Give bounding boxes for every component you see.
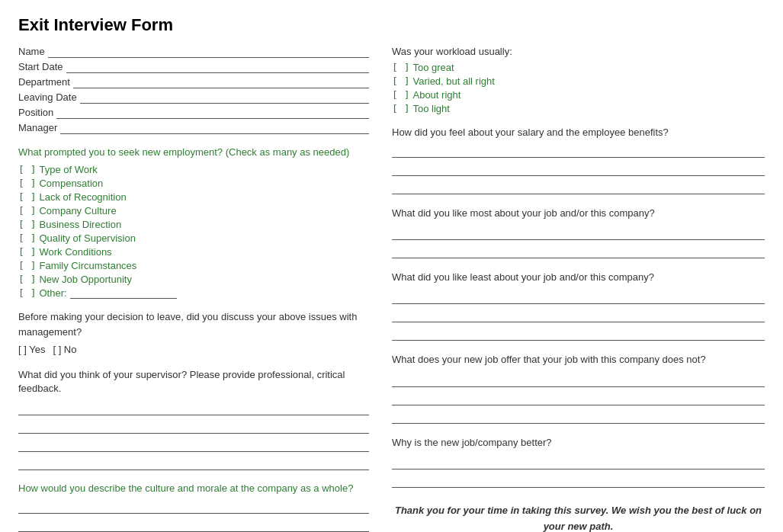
checkbox-business-direction[interactable]: [ ] Business Direction xyxy=(18,219,369,230)
other-input[interactable] xyxy=(70,288,177,299)
checkbox-compensation[interactable]: [ ] Compensation xyxy=(18,178,369,189)
salary-title: How did you feel about your salary and t… xyxy=(392,127,765,138)
yes-no-row: [ ] Yes [ ] No xyxy=(18,342,369,357)
position-field-row: Position xyxy=(18,107,369,119)
q3-line-3[interactable] xyxy=(392,410,765,424)
position-label: Position xyxy=(18,107,53,118)
workload-section: Was your workload usually: [ ] Too great… xyxy=(392,46,765,114)
salary-section: How did you feel about your salary and t… xyxy=(392,127,765,194)
q2-title: What did you like least about your job a… xyxy=(392,271,765,284)
salary-line-3[interactable] xyxy=(392,181,765,194)
dept-label: Department xyxy=(18,76,70,88)
checkbox-new-job-opportunity[interactable]: [ ] New Job Opportunity xyxy=(18,274,369,285)
q2-line-1[interactable] xyxy=(392,290,765,304)
culture-title: How would you describe the culture and m… xyxy=(18,482,369,494)
workload-title: Was your workload usually: xyxy=(392,46,765,57)
q3-section: What does your new job offer that your j… xyxy=(392,353,765,423)
page-title: Exit Interview Form xyxy=(18,15,765,35)
dept-input[interactable] xyxy=(73,76,369,88)
other-row: [ ] Other: xyxy=(18,287,369,299)
name-label: Name xyxy=(18,46,45,57)
manager-label: Manager xyxy=(18,122,57,133)
workload-varied[interactable]: [ ] Varied, but all right xyxy=(392,75,765,87)
checkbox-type-of-work[interactable]: [ ] Type of Work xyxy=(18,164,369,175)
supervisor-line-1[interactable] xyxy=(18,402,369,415)
dept-field-row: Department xyxy=(18,76,369,88)
q4-section: Why is the new job/company better? xyxy=(392,436,765,488)
checkbox-family-circumstances[interactable]: [ ] Family Circumstances xyxy=(18,260,369,271)
discuss-text: Before making your decision to leave, di… xyxy=(18,309,369,339)
checkbox-lack-of-recognition[interactable]: [ ] Lack of Recognition xyxy=(18,191,369,203)
supervisor-section: What did you think of your supervisor? P… xyxy=(18,368,369,470)
q1-line-1[interactable] xyxy=(392,226,765,240)
q2-line-3[interactable] xyxy=(392,327,765,341)
manager-input[interactable] xyxy=(60,122,369,134)
checkbox-company-culture[interactable]: [ ] Company Culture xyxy=(18,205,369,216)
thank-you-text: Thank you for your time in taking this s… xyxy=(392,503,765,532)
culture-line-1[interactable] xyxy=(18,500,369,514)
leaving-date-label: Leaving Date xyxy=(18,91,77,103)
q3-title: What does your new job offer that your j… xyxy=(392,353,765,367)
leaving-date-input[interactable] xyxy=(80,91,369,104)
supervisor-line-3[interactable] xyxy=(18,438,369,452)
start-date-field-row: Start Date xyxy=(18,61,369,73)
q3-line-1[interactable] xyxy=(392,373,765,387)
supervisor-line-2[interactable] xyxy=(18,420,369,434)
yes-option[interactable]: [ ] Yes xyxy=(18,342,45,357)
no-option[interactable]: [ ] No xyxy=(53,342,76,357)
name-field-row: Name xyxy=(18,46,369,58)
start-date-input[interactable] xyxy=(66,61,369,73)
q2-line-2[interactable] xyxy=(392,309,765,322)
workload-about-right[interactable]: [ ] About right xyxy=(392,89,765,101)
right-column: Was your workload usually: [ ] Too great… xyxy=(392,46,765,532)
position-input[interactable] xyxy=(56,107,369,119)
q2-section: What did you like least about your job a… xyxy=(392,271,765,341)
q1-section: What did you like most about your job an… xyxy=(392,207,765,258)
q4-line-2[interactable] xyxy=(392,474,765,488)
culture-section: How would you describe the culture and m… xyxy=(18,482,369,532)
checkbox-work-conditions[interactable]: [ ] Work Conditions xyxy=(18,246,369,258)
checkbox-quality-of-supervision[interactable]: [ ] Quality of Supervision xyxy=(18,232,369,244)
q4-line-1[interactable] xyxy=(392,456,765,470)
leaving-date-field-row: Leaving Date xyxy=(18,91,369,104)
q4-title: Why is the new job/company better? xyxy=(392,436,765,450)
supervisor-title: What did you think of your supervisor? P… xyxy=(18,368,369,396)
workload-too-great[interactable]: [ ] Too great xyxy=(392,62,765,73)
q3-line-2[interactable] xyxy=(392,392,765,405)
salary-line-1[interactable] xyxy=(392,144,765,158)
start-date-label: Start Date xyxy=(18,61,63,72)
q1-line-2[interactable] xyxy=(392,245,765,258)
culture-line-2[interactable] xyxy=(18,518,369,532)
discuss-section: Before making your decision to leave, di… xyxy=(18,309,369,357)
supervisor-answer-lines xyxy=(18,402,369,470)
manager-field-row: Manager xyxy=(18,122,369,134)
left-column: Name Start Date Department Leaving Date … xyxy=(18,46,369,532)
name-input[interactable] xyxy=(48,46,369,58)
salary-line-2[interactable] xyxy=(392,162,765,176)
culture-answer-lines xyxy=(18,500,369,532)
supervisor-line-4[interactable] xyxy=(18,457,369,470)
workload-too-light[interactable]: [ ] Too light xyxy=(392,103,765,114)
q1-title: What did you like most about your job an… xyxy=(392,207,765,220)
prompt-title: What prompted you to seek new employment… xyxy=(18,146,369,158)
